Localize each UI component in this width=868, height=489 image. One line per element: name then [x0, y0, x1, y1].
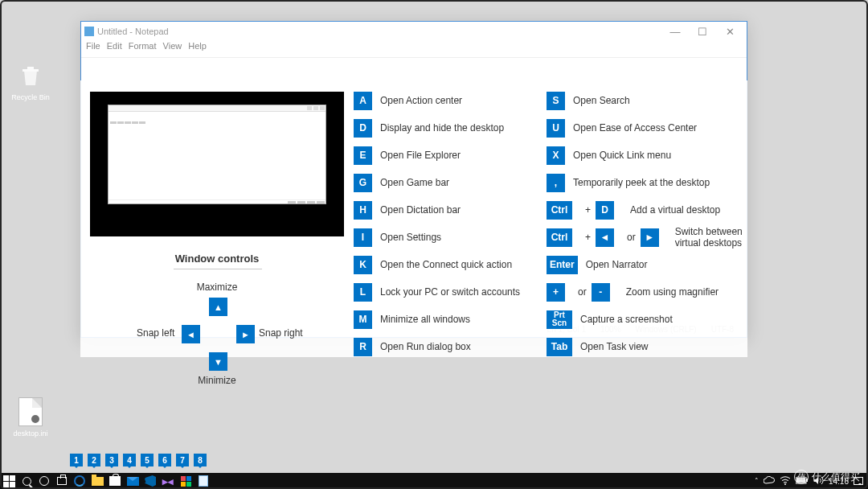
shortcut-desc: Capture a screenshot [580, 314, 673, 325]
taskbar-app-vscode[interactable] [141, 473, 159, 489]
shortcut-desc: Open Quick Link menu [573, 150, 671, 161]
shortcut-row: TabOpen Task view [547, 333, 747, 360]
shortcut-key: X [547, 146, 565, 165]
shortcut-row: DDisplay and hide the desktop [354, 114, 547, 142]
cortana-button[interactable] [35, 473, 53, 489]
minimize-button[interactable]: — [661, 26, 689, 38]
close-button[interactable]: ✕ [716, 26, 743, 38]
window-controls-heading: Window controls [80, 253, 354, 265]
or-label: or [627, 232, 636, 243]
taskbar-app-explorer[interactable] [88, 473, 106, 489]
shortcut-row: ROpen Run dialog box [354, 333, 547, 360]
watermark-badge-icon: 值 [794, 470, 809, 484]
menubar[interactable]: File Edit Format View Help [81, 41, 747, 55]
shortcut-desc: Lock your PC or switch accounts [380, 286, 520, 298]
recycle-bin[interactable]: Recycle Bin [6, 63, 55, 101]
key-arrow-up: ▲ [209, 298, 227, 316]
watermark: 值 什么值得买 [794, 470, 860, 484]
window-title: Untitled - Notepad [97, 27, 169, 36]
shortcut-row: SOpen Search [547, 87, 747, 114]
shortcut-desc: Open File Explorer [380, 150, 461, 161]
minimize-label: Minimize [80, 375, 354, 386]
menu-edit[interactable]: Edit [107, 41, 122, 55]
plus-label: + [585, 232, 591, 243]
search-button[interactable] [18, 473, 35, 489]
shortcut-key: I [354, 228, 372, 247]
shortcut-row: XOpen Quick Link menu [547, 142, 747, 169]
plus-label: + [585, 204, 591, 216]
shortcut-desc: Switch between virtual desktops [675, 226, 747, 249]
shortcut-key: M [354, 310, 372, 329]
svg-point-0 [784, 483, 786, 485]
shortcut-key: H [354, 201, 372, 220]
wifi-icon[interactable] [780, 476, 791, 487]
menu-format[interactable]: Format [129, 41, 157, 55]
shortcut-key: L [354, 283, 372, 302]
shortcut-row: MMinimize all windows [354, 306, 547, 333]
desktop-ini-label: desktop.ini [13, 429, 47, 438]
shortcut-key: PrtScn [547, 310, 572, 329]
file-icon [18, 397, 43, 426]
shortcut-desc: Open Action center [380, 95, 462, 106]
shortcut-desc: Add a virtual desktop [630, 204, 720, 216]
taskbar[interactable]: ▸◂ ˄ 14:16 [0, 473, 868, 489]
or-label: or [578, 286, 587, 298]
windows-tips-overlay: Window controls Maximize ▲ ◄ ► ▼ Snap le… [80, 80, 747, 357]
start-button[interactable] [0, 473, 18, 489]
shortcut-key: D [354, 119, 372, 138]
shortcut-key: Ctrl [547, 201, 572, 220]
taskbar-number-hint: 5 [141, 454, 154, 466]
taskbar-number-hint: 7 [176, 454, 189, 466]
tray-overflow-icon[interactable]: ˄ [755, 477, 759, 485]
taskbar-app-notepad[interactable] [194, 473, 212, 489]
shortcut-row: UOpen Ease of Access Center [547, 114, 747, 142]
shortcut-row: AOpen Action center [354, 87, 547, 114]
taskbar-number-hint: 4 [123, 454, 136, 466]
shortcut-row: EnterOpen Narrator [547, 251, 747, 278]
taskbar-app-edge[interactable] [71, 473, 88, 489]
shortcut-key: R [354, 338, 372, 356]
menu-view[interactable]: View [163, 41, 182, 55]
menu-file[interactable]: File [86, 41, 100, 55]
taskbar-app-vs[interactable]: ▸◂ [159, 473, 177, 489]
menu-help[interactable]: Help [188, 41, 207, 55]
taskbar-app-mail[interactable] [124, 473, 141, 489]
taskbar-number-hint: 6 [158, 454, 171, 466]
key-arrow-left-icon: ◄ [596, 228, 614, 247]
shortcut-key: - [592, 283, 610, 302]
shortcut-desc: Open Task view [580, 341, 649, 352]
shortcut-row: Ctrl+DAdd a virtual desktop [547, 196, 747, 224]
snap-right-label: Snap right [259, 327, 303, 339]
watermark-text: 什么值得买 [812, 471, 860, 484]
shortcut-row: ,Temporarily peek at the desktop [547, 169, 747, 196]
notepad-icon [84, 27, 94, 36]
shortcut-key: , [547, 174, 565, 192]
task-view-button[interactable] [53, 473, 71, 489]
shortcut-key: S [547, 92, 565, 110]
desktop-ini[interactable]: desktop.ini [6, 397, 55, 438]
taskbar-app-tiles[interactable] [177, 473, 194, 489]
shortcut-key: A [354, 92, 372, 110]
snap-left-label: Snap left [137, 327, 174, 339]
taskbar-number-hint: 8 [194, 454, 207, 466]
shortcut-desc: Open Search [573, 95, 630, 106]
shortcut-row: PrtScnCapture a screenshot [547, 306, 747, 333]
demo-preview [90, 92, 344, 236]
shortcut-desc: Open Ease of Access Center [573, 122, 697, 134]
onedrive-icon[interactable] [764, 476, 775, 486]
shortcut-key: D [596, 201, 614, 220]
titlebar[interactable]: Untitled - Notepad — ☐ ✕ [81, 22, 747, 41]
shortcut-row: EOpen File Explorer [354, 142, 547, 169]
key-arrow-down: ▼ [209, 352, 227, 371]
shortcut-desc: Display and hide the desktop [380, 122, 504, 134]
shortcut-row: IOpen Settings [354, 224, 547, 251]
shortcut-desc: Temporarily peek at the desktop [573, 177, 710, 188]
taskbar-app-store[interactable] [106, 473, 124, 489]
key-arrow-right-icon: ► [641, 228, 659, 247]
maximize-label: Maximize [80, 281, 354, 293]
shortcut-desc: Open Game bar [380, 177, 449, 188]
taskbar-number-hint: 3 [105, 454, 118, 466]
key-arrow-right: ► [236, 325, 255, 343]
shortcut-desc: Zoom using magnifier [626, 286, 719, 298]
maximize-button[interactable]: ☐ [689, 26, 716, 38]
